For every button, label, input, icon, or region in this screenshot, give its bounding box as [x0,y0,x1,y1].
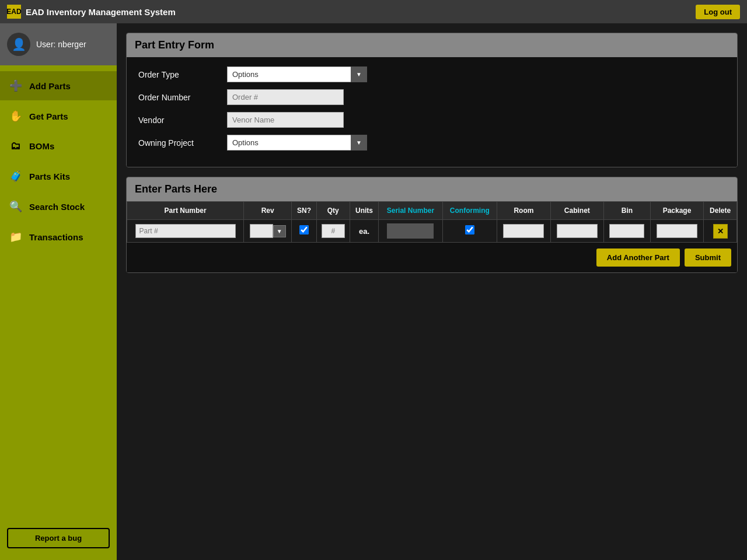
order-number-label: Order Number [138,93,220,102]
sidebar-item-transactions[interactable]: 📁 Transactions [0,222,117,251]
search-stock-icon: 🔍 [9,200,22,213]
get-parts-icon: ✋ [9,110,22,123]
rev-input[interactable] [250,224,273,238]
vendor-row: Vendor [138,112,725,128]
rev-dropdown-button[interactable]: ▼ [273,225,286,237]
col-room: Room [497,202,550,220]
order-number-row: Order Number [138,89,725,105]
sidebar-item-parts-kits[interactable]: 🧳 Parts Kits [0,162,117,191]
app-logo: EAD [7,5,21,19]
sidebar: 👤 User: nberger ➕ Add Parts ✋ Get Parts … [0,23,117,560]
topbar: EAD EAD Inventory Management System Log … [0,0,747,23]
sn-checkbox[interactable] [299,225,309,235]
col-part-number: Part Number [127,202,244,220]
package-input[interactable] [657,224,697,238]
sidebar-item-search-stock[interactable]: 🔍 Search Stock [0,192,117,221]
sidebar-item-transactions-label: Transactions [29,232,83,242]
conforming-checkbox[interactable] [465,225,474,235]
qty-input[interactable] [322,224,345,238]
units-value: ea. [359,227,369,236]
order-type-select[interactable]: Options [227,66,367,82]
username-label: User: nberger [36,40,86,49]
sidebar-item-add-parts[interactable]: ➕ Add Parts [0,71,117,100]
package-cell [650,220,703,243]
room-input[interactable] [503,224,544,238]
table-actions: Add Another Part Submit [127,243,737,272]
sidebar-item-add-parts-label: Add Parts [29,81,71,91]
sidebar-item-boms[interactable]: 🗂 BOMs [0,132,117,160]
cabinet-cell [550,220,603,243]
transactions-icon: 📁 [9,230,22,243]
order-number-input[interactable] [227,89,344,105]
sidebar-item-boms-label: BOMs [29,141,54,151]
parts-table-title: Enter Parts Here [127,177,737,201]
serial-number-display [387,223,434,239]
part-number-cell [127,220,244,243]
app-title: EAD Inventory Management System [26,7,176,17]
report-bug-button[interactable]: Report a bug [7,528,110,548]
logout-button[interactable]: Log out [696,5,740,19]
boms-icon: 🗂 [9,140,22,152]
order-type-select-wrapper: Options ▼ [227,66,367,82]
col-cabinet: Cabinet [550,202,603,220]
delete-cell: ✕ [704,220,737,243]
col-units: Units [350,202,379,220]
sn-checkbox-cell [292,220,317,243]
owning-project-row: Owning Project Options ▼ [138,135,725,150]
col-rev: Rev [244,202,292,220]
conforming-checkbox-cell [442,220,497,243]
parts-table-panel: Enter Parts Here Part Number Rev SN? Qty… [126,177,738,273]
rev-select-wrapper: ▼ [250,224,286,238]
parts-table: Part Number Rev SN? Qty Units Serial Num… [127,201,737,243]
sidebar-item-get-parts-label: Get Parts [29,111,68,121]
delete-row-button[interactable]: ✕ [713,224,728,239]
qty-cell [316,220,350,243]
submit-button[interactable]: Submit [685,249,731,267]
serial-number-cell [379,220,442,243]
part-entry-form-body: Order Type Options ▼ Order Number Vendo [127,57,737,167]
add-parts-icon: ➕ [9,79,22,92]
owning-project-select-wrapper: Options ▼ [227,135,367,150]
owning-project-select[interactable]: Options [227,135,367,150]
parts-table-body: Part Number Rev SN? Qty Units Serial Num… [127,201,737,272]
units-cell: ea. [350,220,379,243]
main-content: Part Entry Form Order Type Options ▼ Ord… [117,23,747,560]
col-bin: Bin [604,202,651,220]
bin-cell [604,220,651,243]
parts-kits-icon: 🧳 [9,170,22,183]
cabinet-input[interactable] [557,224,598,238]
layout: 👤 User: nberger ➕ Add Parts ✋ Get Parts … [0,23,747,560]
vendor-input[interactable] [227,112,344,128]
part-entry-form-panel: Part Entry Form Order Type Options ▼ Ord… [126,33,738,167]
col-serial-number: Serial Number [379,202,442,220]
sidebar-item-search-stock-label: Search Stock [29,202,85,212]
order-type-row: Order Type Options ▼ [138,66,725,82]
avatar: 👤 [7,33,30,56]
col-conforming: Conforming [442,202,497,220]
user-area: 👤 User: nberger [0,23,117,65]
table-header-row: Part Number Rev SN? Qty Units Serial Num… [127,202,737,220]
nav-items: ➕ Add Parts ✋ Get Parts 🗂 BOMs 🧳 Parts K… [0,65,117,522]
topbar-left: EAD EAD Inventory Management System [7,5,176,19]
col-sn: SN? [292,202,317,220]
room-cell [497,220,550,243]
vendor-label: Vendor [138,116,220,125]
add-another-part-button[interactable]: Add Another Part [596,249,680,267]
col-delete: Delete [704,202,737,220]
table-row: ▼ ea. [127,220,737,243]
col-package: Package [650,202,703,220]
part-entry-form-title: Part Entry Form [127,33,737,57]
rev-cell: ▼ [244,220,292,243]
owning-project-label: Owning Project [138,138,220,148]
col-qty: Qty [316,202,350,220]
sidebar-item-get-parts[interactable]: ✋ Get Parts [0,102,117,131]
part-number-input[interactable] [135,224,236,238]
bin-input[interactable] [609,224,644,238]
sidebar-item-parts-kits-label: Parts Kits [29,172,70,181]
order-type-label: Order Type [138,70,220,79]
